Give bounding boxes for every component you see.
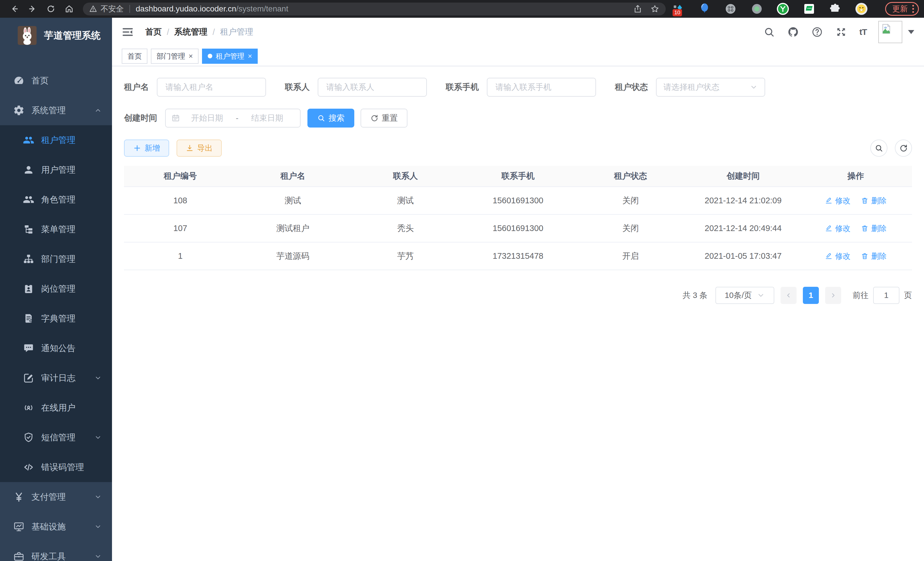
tab-label: 首页 (128, 51, 142, 61)
delete-link[interactable]: 删除 (861, 223, 886, 234)
reload-icon[interactable] (44, 2, 57, 15)
sidebar-item-dev-tools[interactable]: 研发工具 (0, 541, 112, 561)
app-window: 芋道管理系统 首页 系统管理 租户管理 用户管理 (0, 18, 924, 561)
refresh-icon (899, 144, 908, 152)
refresh-table-button[interactable] (895, 140, 912, 157)
sidebar-item-audit-log[interactable]: 审计日志 (0, 363, 112, 393)
monitor-icon (13, 521, 25, 532)
sidebar-item-error-code[interactable]: 错误码管理 (0, 452, 112, 482)
reset-button[interactable]: 重置 (361, 109, 407, 128)
security-label[interactable]: 不安全 (100, 4, 124, 14)
sidebar-item-system[interactable]: 系统管理 (0, 96, 112, 125)
extensions-row: 10 更新 (672, 2, 919, 16)
prev-page-button[interactable] (781, 287, 796, 304)
sidebar-item-infrastructure[interactable]: 基础设施 (0, 512, 112, 541)
forward-icon[interactable] (26, 2, 39, 15)
gear-icon (13, 105, 25, 116)
sidebar-item-payment[interactable]: 支付管理 (0, 482, 112, 512)
edit-pencil-icon (825, 197, 832, 205)
smiley-avatar-icon[interactable] (855, 3, 868, 15)
browser-update-button[interactable]: 更新 (885, 2, 919, 16)
sidebar-item-notice[interactable]: 通知公告 (0, 333, 112, 363)
back-icon[interactable] (8, 2, 21, 15)
contact-input[interactable] (318, 78, 427, 97)
record-extension-icon[interactable] (751, 3, 763, 15)
share-icon[interactable] (633, 4, 642, 14)
home-icon[interactable] (63, 2, 76, 15)
user-menu-caret-icon[interactable] (908, 30, 914, 34)
next-page-button[interactable] (825, 287, 841, 304)
command-extension-icon[interactable] (724, 3, 737, 15)
cell-status: 开启 (574, 250, 687, 262)
page-size-select[interactable]: 10条/页 (716, 287, 774, 304)
cell-actions: 修改 删除 (800, 223, 912, 234)
delete-link[interactable]: 删除 (861, 251, 886, 261)
puzzle-extension-icon[interactable] (829, 3, 842, 15)
refresh-icon (370, 114, 378, 122)
sidebar-item-dict[interactable]: 字典管理 (0, 304, 112, 333)
cell-tenant-name: 测试租户 (237, 223, 349, 234)
date-range-picker[interactable]: 开始日期 - 结束日期 (165, 109, 301, 128)
start-date-placeholder[interactable]: 开始日期 (180, 113, 234, 123)
chat-extension-icon[interactable] (803, 3, 815, 15)
collapse-sidebar-icon[interactable] (122, 26, 134, 38)
app-logo-row[interactable]: 芋道管理系统 (0, 18, 112, 53)
chevron-down-icon (757, 291, 765, 299)
sidebar-item-tenant[interactable]: 租户管理 (0, 125, 112, 155)
toggle-search-button[interactable] (870, 140, 887, 157)
sidebar-item-online-users[interactable]: 在线用户 (0, 393, 112, 423)
edit-link[interactable]: 修改 (825, 196, 850, 206)
breadcrumb-system[interactable]: 系统管理 (174, 26, 207, 38)
browser-menu-icon[interactable] (912, 5, 914, 13)
table-row: 107 测试租户 秃头 15601691300 关闭 2021-12-14 20… (124, 215, 912, 242)
field-label: 创建时间 (124, 112, 157, 124)
balloon-extension-icon[interactable] (698, 3, 711, 15)
search-button[interactable]: 搜索 (308, 109, 354, 128)
tenant-name-input[interactable] (157, 78, 266, 97)
cell-mobile: 15601691300 (462, 196, 574, 205)
font-size-icon[interactable]: tT (860, 27, 867, 37)
tab-tenant[interactable]: 租户管理 × (202, 49, 258, 64)
close-icon[interactable]: × (189, 52, 193, 60)
edit-link[interactable]: 修改 (825, 251, 850, 261)
filter-row-1: 租户名 联系人 联系手机 租户状态 请选择租户状态 (124, 78, 912, 97)
close-icon[interactable]: × (248, 52, 252, 60)
mobile-input[interactable] (487, 78, 596, 97)
tab-home[interactable]: 首页 (122, 49, 147, 64)
page-number-button[interactable]: 1 (803, 287, 819, 304)
sidebar-item-label: 基础设施 (32, 521, 94, 533)
goto-page-input[interactable] (873, 287, 899, 304)
edit-link[interactable]: 修改 (825, 223, 850, 234)
breadcrumb-home[interactable]: 首页 (145, 26, 162, 38)
y-green-extension-icon[interactable] (777, 3, 789, 15)
fullscreen-icon[interactable] (836, 26, 847, 38)
avatar[interactable] (878, 21, 902, 43)
sidebar-item-dept[interactable]: 部门管理 (0, 244, 112, 274)
sidebar-item-user[interactable]: 用户管理 (0, 155, 112, 185)
sidebar-item-menu[interactable]: 菜单管理 (0, 214, 112, 244)
tab-label: 部门管理 (157, 51, 185, 61)
search-icon[interactable] (764, 26, 775, 38)
column-header: 租户编号 (124, 170, 237, 182)
star-icon[interactable] (650, 4, 659, 14)
sidebar-item-home[interactable]: 首页 (0, 66, 112, 96)
table-toolbar: 新增 导出 (124, 140, 912, 157)
sidebar-item-label: 错误码管理 (41, 462, 102, 473)
export-button[interactable]: 导出 (177, 140, 222, 157)
sidebar-menu: 首页 系统管理 租户管理 用户管理 角色管理 (0, 53, 112, 561)
sidebar-item-post[interactable]: 岗位管理 (0, 274, 112, 304)
link-label: 修改 (835, 251, 850, 261)
sidebar: 芋道管理系统 首页 系统管理 租户管理 用户管理 (0, 18, 112, 561)
delete-link[interactable]: 删除 (861, 196, 886, 206)
diamond-extension-icon[interactable]: 10 (672, 3, 685, 15)
sidebar-item-role[interactable]: 角色管理 (0, 185, 112, 214)
sidebar-item-sms[interactable]: 短信管理 (0, 423, 112, 452)
end-date-placeholder[interactable]: 结束日期 (240, 113, 294, 123)
help-icon[interactable] (812, 26, 823, 38)
tab-dept[interactable]: 部门管理 × (151, 49, 199, 64)
github-icon[interactable] (788, 26, 799, 38)
status-select[interactable]: 请选择租户状态 (656, 78, 765, 97)
sidebar-item-label: 部门管理 (41, 253, 102, 265)
address-bar[interactable]: 不安全 dashboard.yudao.iocoder.cn /system/t… (83, 3, 666, 15)
add-button[interactable]: 新增 (124, 140, 169, 157)
